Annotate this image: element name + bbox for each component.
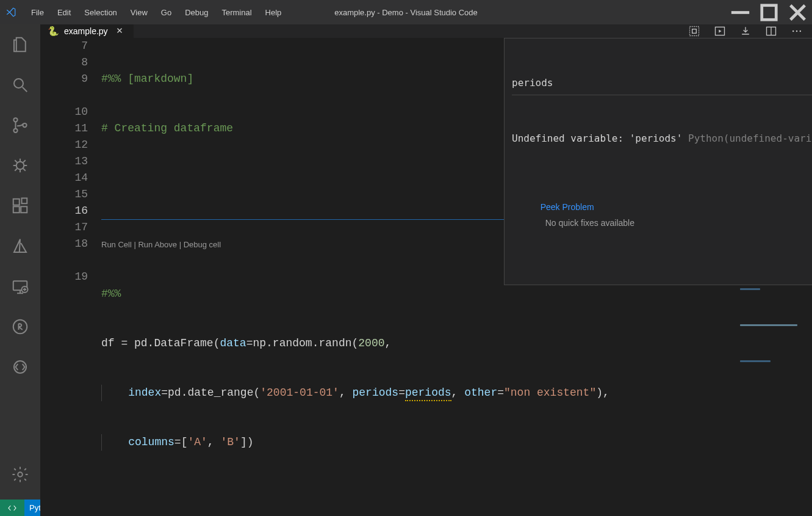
menu-view[interactable]: View [124, 4, 154, 21]
menu-go[interactable]: Go [155, 4, 178, 21]
hover-title: periods [512, 75, 812, 95]
menubar: File Edit Selection View Go Debug Termin… [25, 4, 287, 21]
remote-explorer-icon[interactable] [0, 266, 40, 307]
svg-point-7 [13, 129, 17, 133]
run-file-icon[interactable] [713, 24, 727, 38]
menu-debug[interactable]: Debug [179, 4, 214, 21]
svg-rect-34 [692, 29, 697, 34]
activity-bar [0, 24, 40, 500]
svg-point-9 [16, 162, 24, 170]
menu-edit[interactable]: Edit [51, 4, 77, 21]
window-title: example.py - Demo - Visual Studio Code [334, 8, 478, 17]
azure-icon[interactable] [0, 226, 40, 266]
close-button[interactable] [783, 0, 812, 24]
titlebar: File Edit Selection View Go Debug Termin… [0, 0, 812, 24]
svg-line-5 [23, 87, 27, 92]
editor[interactable]: 7 8 9 10 11 12 13 14 15 16 17 18 19 #%% … [40, 38, 812, 516]
menu-help[interactable]: Help [259, 4, 288, 21]
svg-point-30 [18, 472, 23, 477]
menu-file[interactable]: File [25, 4, 50, 21]
svg-rect-18 [13, 199, 20, 205]
hover-tooltip: periods Undefined variable: 'periods' Py… [504, 38, 812, 285]
close-tab-icon[interactable] [113, 25, 126, 38]
editor-area: 🐍 example.py 7 8 9 10 11 [40, 24, 812, 500]
svg-rect-1 [762, 5, 777, 20]
svg-point-4 [14, 79, 23, 88]
svg-point-41 [800, 31, 802, 32]
test-icon[interactable] [0, 307, 40, 347]
svg-line-14 [15, 160, 17, 162]
svg-rect-21 [22, 198, 27, 204]
python-file-icon: 🐍 [48, 26, 59, 37]
svg-marker-36 [719, 30, 721, 33]
docker-icon[interactable] [0, 347, 40, 387]
no-quickfix-label: No quick fixes available [545, 218, 634, 228]
settings-icon[interactable] [0, 454, 40, 495]
menu-selection[interactable]: Selection [78, 4, 123, 21]
svg-rect-33 [690, 27, 699, 36]
svg-line-17 [15, 169, 17, 171]
gutter: 7 8 9 10 11 12 13 14 15 16 17 18 19 [40, 38, 101, 516]
svg-rect-19 [13, 206, 20, 213]
vscode-logo-icon [0, 7, 21, 18]
peek-problem-link[interactable]: Peek Problem [541, 202, 594, 212]
explorer-icon[interactable] [0, 24, 40, 65]
window-controls [726, 0, 812, 24]
svg-line-16 [23, 160, 26, 162]
svg-point-6 [13, 118, 17, 122]
remote-indicator[interactable] [0, 500, 24, 516]
run-cell-icon[interactable] [688, 24, 701, 38]
tab-example-py[interactable]: 🐍 example.py [40, 24, 134, 38]
svg-point-39 [792, 31, 794, 32]
run-cell-link[interactable]: Run Cell | Run Above | Debug cell [101, 240, 221, 249]
svg-line-15 [23, 169, 26, 171]
search-icon[interactable] [0, 65, 40, 105]
debug-icon[interactable] [0, 145, 40, 186]
tabs-bar: 🐍 example.py [40, 24, 812, 38]
tab-label: example.py [64, 26, 108, 36]
minimize-button[interactable] [726, 0, 755, 24]
source-control-icon[interactable] [0, 105, 40, 145]
svg-point-40 [796, 31, 798, 32]
svg-rect-20 [21, 206, 27, 213]
menu-terminal[interactable]: Terminal [215, 4, 257, 21]
extensions-icon[interactable] [0, 186, 40, 226]
maximize-button[interactable] [755, 0, 783, 24]
